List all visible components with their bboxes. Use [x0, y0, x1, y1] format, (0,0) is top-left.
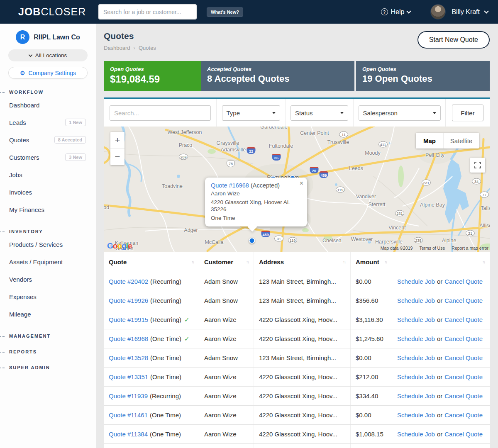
accepted-check-icon: ✓: [184, 335, 190, 343]
schedule-job-link[interactable]: Schedule Job: [397, 297, 435, 304]
quote-link[interactable]: Quote #13351: [109, 373, 148, 380]
item-label: Dashboard: [9, 102, 39, 109]
header-label: Address: [259, 258, 284, 265]
sort-icon[interactable]: ↑↓: [191, 260, 194, 264]
schedule-job-link[interactable]: Schedule Job: [397, 354, 435, 361]
quote-link[interactable]: Quote #16968: [109, 335, 148, 342]
sidebar-item-products-services[interactable]: Products / Services: [0, 236, 96, 253]
actions-cell: Schedule Job or Cancel Quote: [392, 291, 490, 310]
table-row: Quote #11939 (Recurring) Aaron Wize 4220…: [104, 386, 490, 405]
address-cell: 4220 Glasscott Xing, Hoov...: [254, 310, 351, 329]
sort-icon[interactable]: ↑↓: [482, 260, 485, 264]
table-row: Quote #13351 (One Time) Aaron Wize 4220 …: [104, 367, 490, 386]
start-new-quote-button[interactable]: Start New Quote: [417, 31, 490, 49]
header-address[interactable]: Address↑↓: [254, 252, 351, 272]
route-shield-icon: 20: [310, 167, 319, 173]
quotes-search-input[interactable]: [110, 105, 211, 121]
terms-of-use-link[interactable]: Terms of Use: [419, 246, 445, 251]
quote-link[interactable]: Quote #13528: [109, 354, 148, 361]
cancel-quote-link[interactable]: Cancel Quote: [444, 278, 483, 285]
schedule-job-link[interactable]: Schedule Job: [397, 278, 435, 285]
table-row: Quote #19926 (Recurring) Adam Snow 123 M…: [104, 291, 490, 310]
whats-new-button[interactable]: What's New?: [207, 7, 243, 17]
quote-map-marker[interactable]: [249, 238, 255, 244]
sidebar-item-my-finances[interactable]: My Finances: [0, 201, 96, 218]
or-label: or: [437, 354, 442, 361]
fullscreen-button[interactable]: [470, 158, 485, 173]
quote-link[interactable]: Quote #20402: [109, 278, 148, 285]
quote-link[interactable]: Quote #19915: [109, 316, 148, 323]
salesperson-select[interactable]: Salesperson: [359, 105, 441, 121]
cancel-quote-link[interactable]: Cancel Quote: [444, 316, 483, 323]
sidebar-item-expenses[interactable]: Expenses: [0, 288, 96, 305]
route-shield-icon: 231: [422, 180, 431, 186]
route-shield-icon: 34: [472, 178, 481, 185]
schedule-job-link[interactable]: Schedule Job: [397, 335, 435, 342]
schedule-job-link[interactable]: Schedule Job: [397, 411, 435, 419]
sidebar-item-mileage[interactable]: Mileage: [0, 305, 96, 323]
section-super-admin[interactable]: SUPER ADMIN: [0, 365, 96, 370]
header-actions[interactable]: ↑↓: [392, 252, 490, 272]
sidebar-item-invoices[interactable]: Invoices: [0, 183, 96, 201]
close-icon[interactable]: ×: [300, 180, 303, 187]
cancel-quote-link[interactable]: Cancel Quote: [444, 431, 483, 438]
sidebar-item-vendors[interactable]: Vendors: [0, 270, 96, 288]
breadcrumb-dashboard[interactable]: Dashboard: [104, 45, 130, 51]
quote-link[interactable]: Quote #19926: [109, 297, 148, 304]
customer-cell: Aaron Wize: [199, 329, 254, 348]
cancel-quote-link[interactable]: Cancel Quote: [444, 392, 483, 399]
sort-icon[interactable]: ↑↓: [343, 260, 345, 264]
schedule-job-link[interactable]: Schedule Job: [397, 316, 435, 323]
schedule-job-link[interactable]: Schedule Job: [397, 392, 435, 399]
sidebar-item-customers[interactable]: Customers3 New: [0, 149, 96, 166]
company-settings-button[interactable]: ⚙ Company Settings: [8, 67, 88, 79]
map-type-satellite-button[interactable]: Satellite: [443, 133, 479, 149]
quote-link[interactable]: Quote #11939: [109, 392, 148, 399]
actions-cell: Schedule Job or Cancel Quote: [392, 425, 490, 443]
user-name[interactable]: Billy Kraft: [452, 8, 480, 16]
schedule-job-link[interactable]: Schedule Job: [397, 431, 435, 438]
sort-icon[interactable]: ↑↓: [246, 260, 249, 264]
help-menu[interactable]: ? Help: [381, 8, 411, 16]
map-town-label: Center Point: [300, 130, 329, 136]
cancel-quote-link[interactable]: Cancel Quote: [444, 335, 483, 342]
cancel-quote-link[interactable]: Cancel Quote: [444, 411, 483, 419]
zoom-out-button[interactable]: −: [110, 149, 124, 166]
map-type-map-button[interactable]: Map: [416, 133, 443, 149]
cancel-quote-link[interactable]: Cancel Quote: [444, 297, 483, 304]
sort-icon[interactable]: ↑↓: [384, 260, 387, 264]
quote-link[interactable]: Quote #11461: [109, 411, 148, 419]
cancel-quote-link[interactable]: Cancel Quote: [444, 354, 483, 361]
amount-cell: $334.40: [351, 387, 392, 405]
sidebar-item-dashboard[interactable]: Dashboard: [0, 96, 96, 114]
type-select[interactable]: Type: [222, 105, 280, 121]
map-town-label: Praco: [179, 142, 193, 148]
quote-cell: Quote #11461 (One Time): [104, 406, 199, 424]
all-locations-dropdown[interactable]: All Locations: [8, 49, 88, 61]
filter-button[interactable]: Filter: [452, 105, 483, 121]
section-management[interactable]: MANAGEMENT: [0, 334, 96, 338]
sidebar-item-leads[interactable]: Leads1 New: [0, 114, 96, 131]
header-quote[interactable]: Quote↑↓: [104, 252, 199, 272]
cancel-quote-link[interactable]: Cancel Quote: [444, 373, 483, 380]
user-avatar[interactable]: [430, 4, 446, 19]
header-amount[interactable]: Amount↑↓: [351, 252, 392, 272]
header-customer[interactable]: Customer↑↓: [199, 252, 254, 272]
report-map-error-link[interactable]: Report a map error: [452, 246, 488, 251]
status-select[interactable]: Status: [290, 105, 348, 121]
sidebar-item-quotes[interactable]: Quotes8 Accepted: [0, 131, 96, 149]
user-menu-chevron-icon[interactable]: [484, 9, 488, 13]
section-reports[interactable]: REPORTS: [0, 349, 96, 354]
schedule-job-link[interactable]: Schedule Job: [397, 373, 435, 380]
sidebar-item-jobs[interactable]: Jobs: [0, 166, 96, 183]
sidebar-item-assets-equipment[interactable]: Assets / Equipment: [0, 253, 96, 270]
table-row: Quote #11384 (One Time) Aaron Wize 4220 …: [104, 424, 490, 443]
global-search-input[interactable]: [98, 4, 197, 19]
card-label: Accepted Quotes: [207, 66, 348, 72]
zoom-in-button[interactable]: +: [110, 132, 124, 149]
info-quote-link[interactable]: Quote #16968: [211, 182, 249, 189]
quote-link[interactable]: Quote #11384: [109, 431, 148, 438]
google-logo-letter: G: [107, 241, 113, 250]
quotes-map[interactable]: GardendaleWest JeffersonCenter PointTrus…: [104, 127, 490, 252]
google-logo[interactable]: Google: [107, 241, 132, 251]
